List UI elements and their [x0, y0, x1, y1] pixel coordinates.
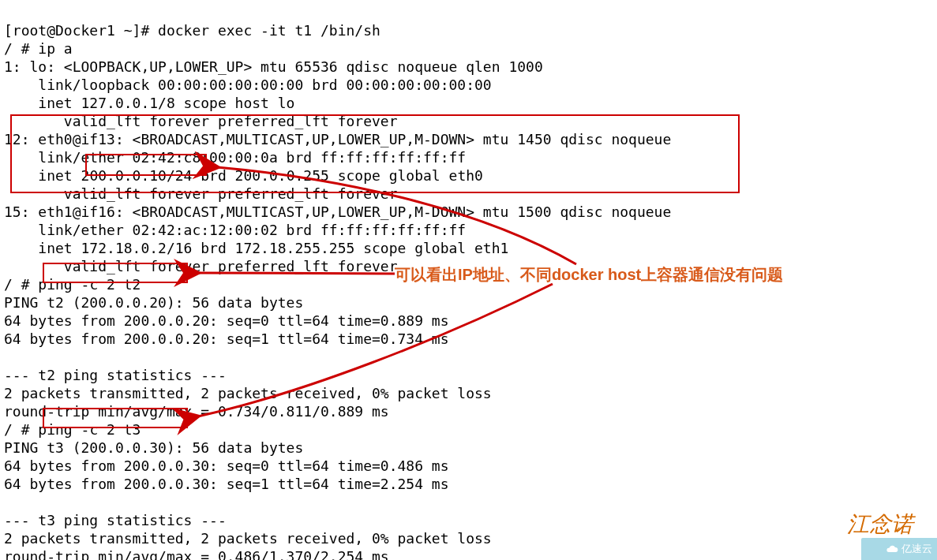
iface-eth0-link: link/ether 02:42:c8:00:00:0a brd ff:ff:f…	[4, 149, 466, 166]
iface-eth0-inet-post: brd 200.0.0.255 scope global eth0	[192, 167, 482, 184]
ping-t3-stats1: 2 packets transmitted, 2 packets receive…	[4, 530, 492, 547]
ping-t2-stats1: 2 packets transmitted, 2 packets receive…	[4, 385, 492, 401]
cmd-ip-a: / # ip a	[4, 40, 73, 57]
iface-eth0-inet-pre: inet	[4, 167, 81, 184]
iface-eth1-link: link/ether 02:42:ac:12:00:02 brd ff:ff:f…	[4, 222, 466, 238]
ping-t3-prompt-pre: / #	[4, 421, 38, 438]
ping-t2-line2: 64 bytes from 200.0.0.20: seq=0 ttl=64 t…	[4, 312, 449, 329]
iface-eth0-valid: valid_lft forever preferred_lft forever	[4, 185, 398, 202]
ping-t3-line2: 64 bytes from 200.0.0.30: seq=0 ttl=64 t…	[4, 457, 449, 474]
ping-t3-stats2: round-trip min/avg/max = 0.486/1.370/2.2…	[4, 548, 389, 560]
ping-t3-line1: PING t3 (200.0.0.30): 56 data bytes	[4, 439, 303, 456]
ping-t2-cmd: ping -c 2 t2	[38, 276, 141, 293]
ping-t2-prompt-pre: / #	[4, 276, 38, 293]
iface-eth1-valid: valid_lft forever preferred_lft forever	[4, 258, 398, 274]
iface-eth0-ip: 200.0.0.10/24	[81, 167, 193, 184]
shell-prompt-line: [root@Docker1 ~]# docker exec -it t1 /bi…	[4, 22, 380, 39]
iface-lo-inet: inet 127.0.0.1/8 scope host lo	[4, 95, 294, 111]
terminal-output: [root@Docker1 ~]# docker exec -it t1 /bi…	[0, 0, 937, 560]
ping-t2-line1: PING t2 (200.0.0.20): 56 data bytes	[4, 294, 303, 311]
yisu-logo-badge: 亿速云	[861, 538, 937, 560]
iface-eth1-inet: inet 172.18.0.2/16 brd 172.18.255.255 sc…	[4, 240, 508, 256]
ping-t3-cmd: ping -c 2 t3	[38, 421, 141, 438]
iface-lo-link: link/loopback 00:00:00:00:00:00 brd 00:0…	[4, 77, 492, 93]
iface-lo-header: 1: lo: <LOOPBACK,UP,LOWER_UP> mtu 65536 …	[4, 58, 543, 75]
ping-t2-line3: 64 bytes from 200.0.0.20: seq=1 ttl=64 t…	[4, 330, 449, 347]
ping-t3-stats-hdr: --- t3 ping statistics ---	[4, 512, 227, 528]
iface-eth1-header: 15: eth1@if16: <BROADCAST,MULTICAST,UP,L…	[4, 203, 671, 220]
yisu-label: 亿速云	[901, 542, 932, 556]
iface-eth0-header: 12: eth0@if13: <BROADCAST,MULTICAST,UP,L…	[4, 131, 671, 147]
iface-lo-valid: valid_lft forever preferred_lft forever	[4, 113, 398, 129]
ping-t2-stats2: round-trip min/avg/max = 0.734/0.811/0.8…	[4, 403, 389, 420]
ping-t3-line3: 64 bytes from 200.0.0.30: seq=1 ttl=64 t…	[4, 476, 449, 492]
cloud-icon	[886, 543, 898, 555]
ping-t2-stats-hdr: --- t2 ping statistics ---	[4, 367, 227, 383]
